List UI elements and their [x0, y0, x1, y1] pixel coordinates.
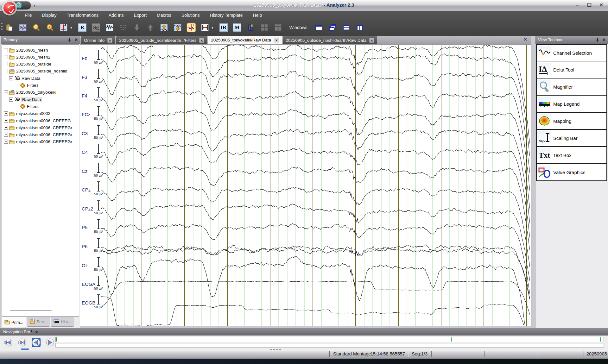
primary-panel-close-icon[interactable]: ✕	[74, 37, 78, 42]
expand-icon[interactable]	[4, 133, 8, 137]
interval-icon[interactable]	[201, 23, 209, 32]
toolbox-item-mapping[interactable]: Mapping	[536, 113, 607, 130]
menu-file[interactable]: File	[20, 11, 37, 20]
previous-page-button[interactable]	[32, 338, 41, 347]
menu-transformations[interactable]: Transformations	[61, 11, 104, 20]
expand-icon[interactable]	[4, 62, 8, 66]
menu-macros[interactable]: Macros	[152, 11, 176, 20]
zoom-in-icon[interactable]	[46, 23, 54, 32]
next-page-button[interactable]	[46, 338, 54, 347]
navigation-bar-close-icon[interactable]: ✕	[35, 330, 38, 335]
menu-add-ins[interactable]: Add Ins	[104, 11, 129, 20]
tab-close-icon[interactable]: ✕	[107, 38, 112, 43]
toolbox-item-scaling-bar[interactable]: 50µVScaling Bar	[536, 130, 607, 147]
workspace-tab-hist[interactable]: Hist...	[51, 317, 74, 327]
overlay-channels-icon[interactable]	[105, 23, 114, 32]
tab-close-icon[interactable]: ✕	[369, 38, 374, 43]
bookmark-icon[interactable]	[247, 23, 255, 32]
restore-button[interactable]: ❐	[586, 2, 593, 9]
document-tab[interactable]: Online Info✕	[81, 36, 115, 44]
tree-item-20250905-tokyokeiki[interactable]: 20250905_tokyokeiki	[4, 89, 56, 96]
tree-item-miyazakisem0006-creeegr[interactable]: miyazakisem0006_CREEEGr	[4, 124, 72, 131]
montage-icon[interactable]: M	[233, 23, 241, 32]
toolbox-item-delta-tool[interactable]: IΔDelta Tool	[536, 61, 607, 78]
position-ruler-secondary[interactable]	[55, 343, 604, 348]
expand-icon[interactable]	[4, 126, 8, 130]
collapse-icon[interactable]	[9, 97, 13, 102]
analyzer-logo[interactable]	[2, 0, 17, 16]
expand-icon[interactable]	[4, 55, 8, 59]
dropdown-caret-icon[interactable]: ▼	[211, 26, 214, 29]
zoom-out-icon[interactable]	[32, 23, 41, 32]
collapse-icon[interactable]	[4, 69, 8, 73]
go-first-segment-button[interactable]	[4, 338, 13, 347]
toolbox-item-map-legend[interactable]: Map Legend	[536, 96, 607, 113]
document-tab[interactable]: 20250905_outside_noshildearth/../Filters…	[116, 36, 207, 44]
windows-menu-label[interactable]: Windows	[289, 25, 307, 30]
pin-icon[interactable]	[68, 38, 71, 42]
pin-icon[interactable]	[596, 38, 599, 42]
paste-icon[interactable]	[5, 23, 13, 32]
expand-icon[interactable]	[4, 111, 8, 116]
baseline-marker-icon[interactable]	[187, 23, 195, 32]
toolbox-item-magnifier[interactable]: Magnifier	[536, 78, 607, 96]
reference-icon[interactable]: R	[78, 23, 86, 32]
view-toolbox-close-icon[interactable]: ✕	[602, 37, 606, 42]
tree-item-raw-data[interactable]: Raw Data	[9, 96, 41, 103]
new-display-icon[interactable]	[19, 23, 27, 32]
menu-history-template[interactable]: History Template	[205, 11, 248, 20]
tree-item-miyazakisem0006-creeegr[interactable]: miyazakisem0006_CREEEGr	[4, 131, 72, 138]
document-tab[interactable]: 20250905_outside_noshildearth/Raw Data✕	[283, 36, 377, 44]
tree-item-filters[interactable]: Filters	[15, 82, 39, 89]
interpolation-icon[interactable]: IR	[219, 23, 228, 32]
svg-text:IΔ: IΔ	[539, 65, 547, 74]
tree-item-20250905-outside-noshild[interactable]: 20250905_outside_noshild	[4, 68, 67, 75]
toolbar-grip[interactable]	[1, 23, 3, 31]
workspace-tab-prim[interactable]: Prim...	[2, 317, 26, 328]
tree-item-miyazakisem0006-creeegr[interactable]: miyazakisem0006_CREEEGr	[4, 138, 72, 145]
tree-item-20250905-outside[interactable]: 20250905_outside	[4, 61, 51, 68]
tree-item-miyazakisem0002[interactable]: miyazakisem0002	[4, 110, 50, 117]
tree-item-filters[interactable]: Filters	[15, 103, 39, 110]
minimize-button[interactable]: –	[574, 2, 581, 9]
tabstrip-close-icon[interactable]: ✕	[522, 37, 529, 43]
menu-solutions[interactable]: Solutions	[176, 11, 205, 20]
toolbox-item-value-graphics[interactable]: Value Graphics	[536, 164, 607, 181]
tree-item-miyazakisem0006-creeeg[interactable]: miyazakisem0006_CREEEG	[4, 117, 71, 124]
menu-help[interactable]: Help	[248, 11, 267, 20]
amplitude-up-icon[interactable]	[160, 23, 168, 32]
menu-export[interactable]: Export	[129, 11, 152, 20]
collapse-icon[interactable]	[9, 76, 13, 80]
eeg-raw-data-view[interactable]: Fz50 µVF350 µVF450 µVFCz50 µVC350 µVC450…	[80, 44, 531, 326]
window-new-icon[interactable]	[315, 23, 323, 32]
rescale-channels-icon[interactable]	[60, 23, 68, 32]
tree-horizontal-scrollbar[interactable]	[10, 310, 52, 311]
window-tile-horizontal-icon[interactable]	[342, 23, 350, 32]
close-button[interactable]: ✕	[598, 2, 605, 9]
dropdown-caret-icon[interactable]: ▼	[70, 26, 73, 29]
tree-item-20250905-mesh[interactable]: 20250905_mesh	[4, 47, 48, 53]
book-icon	[9, 90, 15, 95]
navigation-bar-title: Navigation Bar	[3, 329, 30, 334]
expand-icon[interactable]	[4, 119, 8, 123]
expand-icon[interactable]	[4, 140, 8, 144]
tree-item-raw-data[interactable]: Raw Data	[9, 75, 40, 82]
position-ruler[interactable]	[55, 337, 604, 342]
amplitude-down-icon[interactable]	[174, 23, 182, 32]
toolbox-item-text-box[interactable]: TxtText Box	[536, 147, 607, 164]
go-last-segment-button[interactable]	[18, 338, 27, 347]
pin-icon[interactable]	[30, 329, 34, 334]
menu-display[interactable]: Display	[37, 11, 62, 20]
tree-item-20250905-mesh2[interactable]: 20250905_mesh2	[4, 53, 50, 60]
navigation-bar: Navigation Bar ✕	[0, 328, 608, 350]
window-cascade-icon[interactable]	[328, 23, 337, 32]
document-tab[interactable]: 20250905_tokyokeiki/Raw Data✕	[208, 36, 282, 44]
collapse-icon[interactable]	[4, 90, 8, 94]
workspace-tab-sec[interactable]: Sec...	[27, 317, 50, 327]
tab-close-icon[interactable]: ✕	[199, 38, 204, 43]
expand-icon[interactable]	[4, 48, 8, 52]
window-tile-vertical-icon[interactable]	[356, 23, 364, 32]
workspace-tabs: Prim...Sec...Hist...	[2, 317, 79, 328]
toolbox-item-channel-selection[interactable]: Channel Selection	[536, 44, 607, 61]
tab-close-icon[interactable]: ✕	[274, 38, 279, 42]
